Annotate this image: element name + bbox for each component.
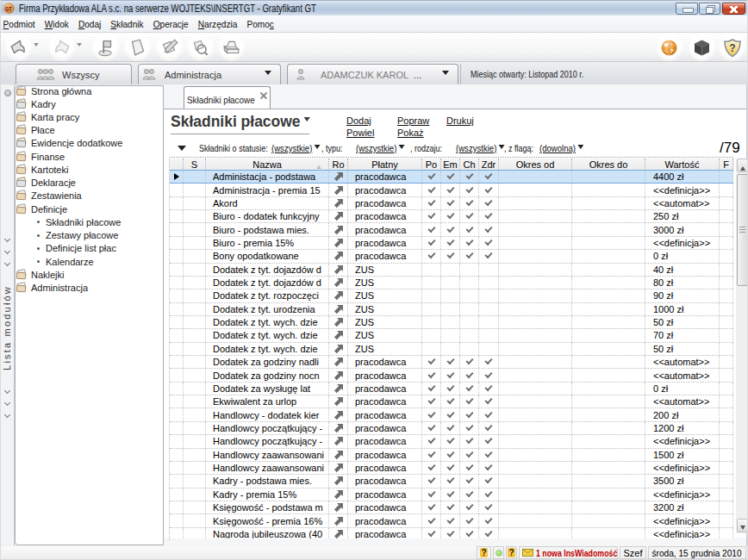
svg-text:?: ? [729, 42, 735, 54]
